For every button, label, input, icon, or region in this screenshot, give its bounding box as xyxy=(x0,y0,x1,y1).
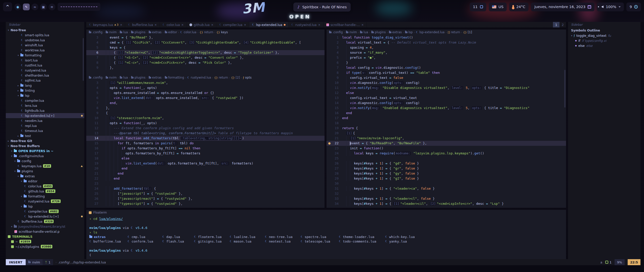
code-line[interactable]: 32 xyxy=(327,191,566,196)
tree-item[interactable]: ▾config xyxy=(6,158,84,163)
code-line[interactable]: 8{ [1]"<C-c>", [2]"<cmd>CccPick<cr>", de… xyxy=(86,60,325,65)
tree-item[interactable]: scrollbar-handle-vertical.p xyxy=(6,229,84,234)
tree-item[interactable]: ☾winshift.lua xyxy=(6,43,84,48)
tree-item[interactable]: ☾shellharden.lua xyxy=(6,73,84,78)
code-line[interactable]: 33keys[#keys + 1] = { "<leader>cl", fals… xyxy=(327,196,566,201)
tree-item[interactable]: ☾repl.lua xyxy=(6,123,84,128)
outline-item[interactable]: ◆ifif type(config.vi xyxy=(568,38,640,43)
code-line[interactable]: 20[1]{ xyxy=(327,131,566,136)
code-line[interactable]: 16if opts.formatters_by_ft[ft] == nil th… xyxy=(86,146,325,151)
code-line[interactable]: 3event = { "BufRead" }, xyxy=(86,35,325,40)
breadcrumb-item[interactable]: extras xyxy=(389,30,402,34)
tree-item[interactable]: ▸linting xyxy=(6,88,84,93)
code-line[interactable]: 5opts.ensure_installed = opts.ensure_ins… xyxy=(86,90,325,95)
breadcrumb-item[interactable]: {}keys xyxy=(216,30,228,34)
tree-item[interactable]: ▾formatting xyxy=(6,194,84,199)
outline-item[interactable]: ◆elseelse xyxy=(568,43,640,48)
code-line[interactable]: 25 xyxy=(327,156,566,161)
ls-entry[interactable]: ☾theme-loader.lua xyxy=(339,235,385,239)
code-line[interactable]: 17opts.formatters_by_ft[ft] = formatters xyxy=(86,151,325,156)
tree-item[interactable]: ▾formatting xyxy=(6,53,84,58)
search-input[interactable] xyxy=(58,3,100,11)
tree-item[interactable]: ☾rustywind.lua xyxy=(6,68,84,73)
volume-pill[interactable]: 100% xyxy=(597,3,624,11)
code-line[interactable]: 20end xyxy=(86,166,325,171)
breadcrumb-item[interactable]: lua xyxy=(360,30,368,34)
code-line[interactable]: 14vim.diagnostic.config(opts: config) xyxy=(327,100,566,106)
breadcrumb-item[interactable]: ☾rustywind.lua xyxy=(187,76,211,79)
code-line[interactable]: 9}, xyxy=(86,65,325,70)
breadcrumb-item[interactable]: editor xyxy=(165,30,177,34)
tree-item[interactable]: ☾lsp-extended.lu [+] xyxy=(6,214,84,219)
tree-item[interactable]: ☾color.lua#493 xyxy=(6,184,84,189)
tree-item[interactable]: ☾timeout.lua xyxy=(6,128,84,133)
breadcrumb-item[interactable]: extras xyxy=(149,76,162,79)
tree-item[interactable]: ☾worktree.lua xyxy=(6,48,84,53)
breadcrumb-item[interactable]: plugins xyxy=(131,76,145,79)
tree-item[interactable]: ☾smart-splits.lua xyxy=(6,32,84,38)
tree-item[interactable]: ▾lsp xyxy=(6,204,84,209)
code-line[interactable]: 4source = "if_many", xyxy=(327,50,566,55)
code-line[interactable]: 31keys[#keys + 1] = { "<leader>ca", fals… xyxy=(327,186,566,191)
tree-item[interactable]: ☾rustywind.lua#726 xyxy=(6,199,84,204)
code-line[interactable]: 7{ [1]"<S-C>", [2]"<cmd>CccConvert<cr>",… xyxy=(86,55,325,60)
code-line[interactable]: 8}, xyxy=(86,106,325,111)
tree-item[interactable]: ☾lightbulb.lua xyxy=(6,108,84,113)
code-line[interactable]: 17end xyxy=(327,116,566,121)
breadcrumb-item[interactable]: extras xyxy=(149,30,162,34)
code-line[interactable]: 13---@param tbl table<string, conform.Fo… xyxy=(86,131,325,136)
left-sidebar-scrollbar[interactable] xyxy=(83,38,84,81)
code-line[interactable]: 5keys = { xyxy=(86,45,325,50)
code-line[interactable]: 28keys[#keys + 1] = { "gy", false } xyxy=(327,171,566,176)
ls-entry[interactable]: ☾todo-comments.lua xyxy=(339,240,385,243)
code-line[interactable]: 15for ft, formatters in pairs(t: tbl) do xyxy=(86,141,325,146)
tab-keymaps-lua[interactable]: ☾keymaps.lua3× xyxy=(86,22,125,27)
tab-compiler-lua[interactable]: ☾compiler.lua× xyxy=(216,22,249,27)
code-line[interactable]: 30 xyxy=(327,181,566,186)
code-line[interactable]: 18 xyxy=(327,121,566,126)
code-line[interactable]: 6vim.list_extend(dst: opts.ensure_instal… xyxy=(86,95,325,100)
keyboard-layout-pill[interactable]: US xyxy=(489,3,507,11)
code-line[interactable]: 21[1]"neovim/nvim-lspconfig", xyxy=(327,136,566,141)
code-line[interactable]: 22event = { "BufReadPre", "BufNewFile" }… xyxy=(327,141,566,146)
breadcrumb-item[interactable]: lua xyxy=(120,76,128,79)
close-icon[interactable]: × xyxy=(361,23,364,26)
date-pill[interactable]: jueves, noviembre 16, 2023 xyxy=(531,3,594,11)
launcher-button[interactable]: ^ xyxy=(3,2,12,11)
code-line[interactable]: 3[1]"williamboman/mason.nvim", xyxy=(86,80,325,85)
code-line[interactable]: 7end, xyxy=(86,100,325,106)
code-line[interactable]: 11vim.notify(msg: "Disable diagnostics v… xyxy=(327,85,566,90)
code-line[interactable]: 22end xyxy=(86,176,325,181)
code-line[interactable]: 14local function add_formatters(tbl :tab… xyxy=(86,136,325,141)
link-icon[interactable]: ∞ xyxy=(31,4,38,10)
ls-entry[interactable]: ☾which-key.lua xyxy=(385,235,563,239)
code-line[interactable]: 29keys[#keys + 1] = { "gI", false } xyxy=(327,176,566,181)
tree-item[interactable]: ☾github.lua#654 xyxy=(6,189,84,194)
tree-item[interactable]: ▾plugins xyxy=(6,168,84,174)
code-line[interactable]: 5prefix = "●", xyxy=(327,55,566,60)
tab-bufferline-lua[interactable]: ☾bufferline.lua× xyxy=(125,22,160,27)
tree-item[interactable]: ☾compiler.lua#682 xyxy=(6,209,84,214)
code-line[interactable]: 12else xyxy=(327,90,566,95)
ls-entry[interactable]: ☾floaterm.lua xyxy=(194,235,230,239)
tree-item[interactable]: ☾sqlfmt.lua xyxy=(6,78,84,83)
code-line[interactable]: 2local virtual_text = { -- Default virtu… xyxy=(327,40,566,45)
close-icon[interactable]: × xyxy=(181,23,184,26)
ls-entry[interactable]: ☾flash.lua xyxy=(162,240,194,243)
breadcrumb-item[interactable]: {}[1] xyxy=(463,30,472,34)
close-icon[interactable]: × xyxy=(211,23,213,26)
breadcrumb-item[interactable]: {}return xyxy=(199,30,213,34)
now-playing-notification[interactable]: ♪ Spiritbox - Rule Of Nines xyxy=(293,3,351,12)
tab-scrollbar-handle[interactable]: scrollbar-handle-…× xyxy=(324,22,367,27)
breadcrumb-item[interactable]: lua xyxy=(120,30,128,34)
breadcrumb-item[interactable]: {}return xyxy=(214,76,228,79)
code-line[interactable]: 13config.virtual_text = virtual_text xyxy=(327,95,566,100)
statusbar-path[interactable]: › .config/…/lsp/lsp-extended.lua xyxy=(53,260,108,264)
code-line[interactable]: 23 xyxy=(86,181,325,186)
tree-item[interactable]: ▾extras xyxy=(6,174,84,179)
close-icon[interactable]: × xyxy=(318,23,320,26)
code-line[interactable]: 6{ [1]"<leader>uC", [2]"<cmd>CccHighligh… xyxy=(86,50,325,55)
code-line[interactable]: 4cmd = { [1]"CccPick", [2]"CccConvert", … xyxy=(86,40,325,45)
tree-item[interactable]: ▾editor xyxy=(6,179,84,184)
breadcrumb-item[interactable]: []return xyxy=(448,30,460,34)
